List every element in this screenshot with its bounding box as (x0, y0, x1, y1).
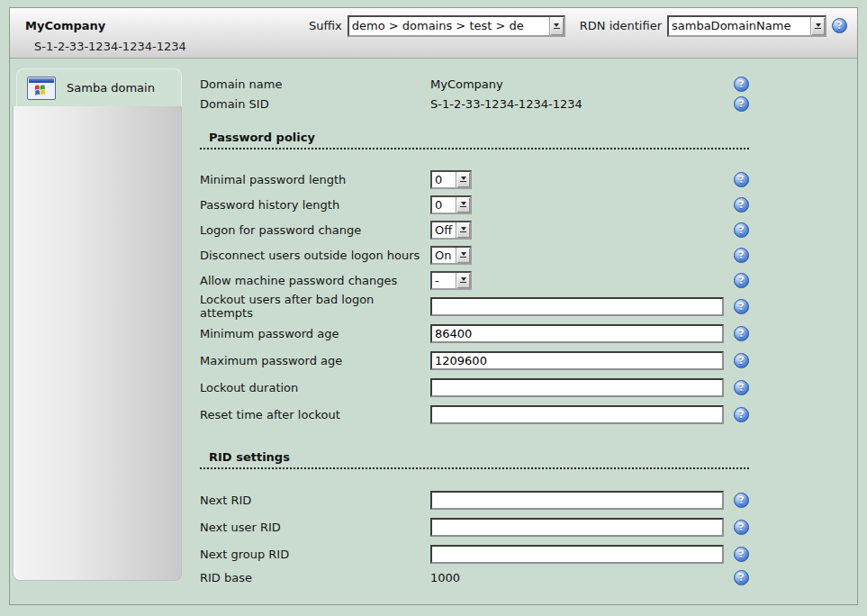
rdn-selected-value: sambaDomainName (669, 17, 810, 35)
section-rows: Minimal password length0?Password histor… (200, 167, 749, 428)
form-row: Allow machine password changes-? (200, 267, 749, 293)
logon-for-password-change-label: Logon for password change (200, 223, 430, 237)
module-sidebar: Samba domain (13, 68, 182, 581)
allow-machine-password-changes-selected-value: - (432, 273, 456, 288)
logon-for-password-change-select[interactable]: Off (430, 221, 472, 240)
dropdown-arrow-icon (810, 17, 825, 35)
help-icon[interactable]: ? (734, 353, 749, 368)
rid-base-label: RID base (200, 571, 430, 584)
domain-sid-value: S-1-2-33-1234-1234-1234 (430, 97, 727, 111)
allow-machine-password-changes-select[interactable]: - (430, 271, 472, 290)
suffix-select[interactable]: demo > domains > test > de (348, 15, 565, 37)
next-group-rid-input[interactable] (430, 545, 724, 564)
reset-time-after-lockout-label: Reset time after lockout (200, 408, 430, 421)
form-section: RID settings Next RID?Next user RID?Next… (200, 450, 749, 587)
form-row: Disconnect users outside logon hoursOn? (200, 242, 749, 267)
suffix-selected-value: demo > domains > test > de (349, 17, 549, 35)
form-row: Lockout duration? (200, 374, 749, 401)
windows-logo-icon (27, 77, 56, 100)
minimal-password-length-label: Minimal password length (200, 173, 430, 186)
dropdown-arrow-icon (456, 197, 470, 213)
dropdown-arrow-icon (549, 17, 564, 35)
form-row: Next user RID? (200, 513, 749, 540)
form-row: Next group RID? (200, 540, 749, 567)
form-content: Domain name MyCompany ? Domain SID S-1-2… (200, 74, 749, 587)
sidebar-panel (13, 106, 182, 581)
form-row: Reset time after lockout? (200, 401, 749, 428)
form-row: Minimal password length0? (200, 167, 749, 192)
section-rows: Next RID?Next user RID?Next group RID?RI… (200, 486, 749, 587)
help-icon[interactable]: ? (734, 570, 749, 585)
section-title: RID settings (200, 450, 749, 469)
maximum-password-age-label: Maximum password age (200, 354, 430, 367)
form-row: Lockout users after bad logon attempts? (200, 293, 749, 320)
rdn-identifier-label: RDN identifier (580, 19, 662, 32)
next-rid-label: Next RID (200, 494, 430, 507)
logon-for-password-change-selected-value: Off (432, 222, 456, 238)
maximum-password-age-input[interactable] (430, 351, 724, 370)
help-icon[interactable]: ? (734, 547, 749, 562)
next-user-rid-label: Next user RID (200, 521, 430, 534)
disconnect-users-outside-logon-hours-selected-value: On (432, 248, 456, 263)
minimum-password-age-input[interactable] (430, 324, 724, 343)
allow-machine-password-changes-label: Allow machine password changes (200, 274, 430, 287)
help-icon[interactable]: ? (734, 96, 749, 112)
tab-samba-domain[interactable]: Samba domain (16, 68, 182, 106)
next-rid-input[interactable] (430, 491, 724, 510)
next-group-rid-label: Next group RID (200, 548, 430, 561)
info-row: Domain name MyCompany ? (200, 74, 749, 94)
help-icon[interactable]: ? (734, 248, 749, 263)
form-row: Maximum password age? (200, 347, 749, 374)
form-row: Next RID? (200, 486, 749, 513)
disconnect-users-outside-logon-hours-label: Disconnect users outside logon hours (200, 249, 430, 262)
dropdown-arrow-icon (456, 248, 470, 263)
section-title: Password policy (200, 131, 749, 149)
lockout-users-after-bad-logon-attempts-input[interactable] (430, 297, 724, 316)
help-icon[interactable]: ? (734, 273, 749, 288)
rdn-identifier-select[interactable]: sambaDomainName (667, 15, 826, 37)
help-icon[interactable]: ? (734, 222, 749, 238)
header-bar: MyCompany Suffix demo > domains > test >… (10, 8, 857, 59)
minimal-password-length-selected-value: 0 (432, 172, 456, 187)
domain-sid-subtitle: S-1-2-33-1234-1234-1234 (25, 38, 847, 58)
password-history-length-label: Password history length (200, 198, 430, 212)
help-icon[interactable]: ? (832, 18, 847, 33)
dropdown-arrow-icon (456, 172, 470, 187)
suffix-label: Suffix (309, 19, 342, 32)
minimum-password-age-label: Minimum password age (200, 327, 430, 340)
lockout-duration-input[interactable] (430, 378, 724, 397)
main-window: MyCompany Suffix demo > domains > test >… (9, 7, 858, 605)
form-row: Logon for password changeOff? (200, 217, 749, 242)
help-icon[interactable]: ? (734, 493, 749, 508)
help-icon[interactable]: ? (734, 172, 749, 187)
info-row: Domain SID S-1-2-33-1234-1234-1234 ? (200, 94, 749, 113)
help-icon[interactable]: ? (734, 520, 749, 535)
domain-name-label: Domain name (200, 77, 430, 91)
help-icon[interactable]: ? (734, 299, 749, 314)
tab-samba-domain-label: Samba domain (67, 81, 155, 95)
reset-time-after-lockout-input[interactable] (430, 405, 724, 424)
minimal-password-length-select[interactable]: 0 (430, 170, 472, 189)
form-row: Minimum password age? (200, 320, 749, 347)
sections: Password policy Minimal password length0… (200, 131, 749, 587)
domain-sid-label: Domain SID (200, 97, 430, 111)
domain-name-value: MyCompany (430, 77, 727, 91)
help-icon[interactable]: ? (734, 77, 749, 92)
help-icon[interactable]: ? (734, 380, 749, 395)
form-row: RID base1000? (200, 567, 749, 587)
dropdown-arrow-icon (456, 222, 470, 238)
lockout-users-after-bad-logon-attempts-label: Lockout users after bad logon attempts (200, 293, 430, 320)
page-title: MyCompany (25, 19, 105, 32)
dropdown-arrow-icon (456, 273, 470, 288)
password-history-length-select[interactable]: 0 (430, 195, 472, 214)
next-user-rid-input[interactable] (430, 518, 724, 537)
help-icon[interactable]: ? (734, 326, 749, 341)
help-icon[interactable]: ? (734, 197, 749, 213)
disconnect-users-outside-logon-hours-select[interactable]: On (430, 246, 472, 265)
form-row: Password history length0? (200, 192, 749, 217)
form-section: Password policy Minimal password length0… (200, 131, 749, 428)
password-history-length-selected-value: 0 (432, 197, 456, 213)
rid-base-value: 1000 (430, 571, 727, 584)
help-icon[interactable]: ? (734, 407, 749, 422)
lockout-duration-label: Lockout duration (200, 381, 430, 394)
